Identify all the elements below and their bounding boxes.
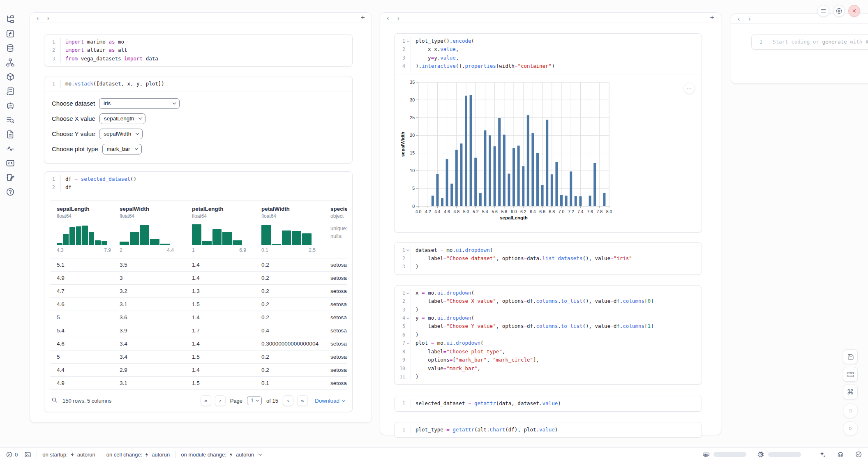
command-palette-button[interactable]: ⌘ [843,385,858,399]
column-name[interactable]: sepalWidth [120,206,180,212]
fold-caret-icon[interactable] [406,316,409,319]
nav-forward-button[interactable]: › [748,15,759,22]
first-page-button[interactable]: « [201,395,211,406]
table-cell: 5 [50,311,113,324]
file-tree-icon[interactable] [6,15,15,24]
notebook-icon[interactable] [6,173,15,182]
table-cell: 1.3 [185,285,255,297]
run-button[interactable] [843,421,858,436]
code-snippet-icon[interactable] [6,159,15,168]
code-cell-imports[interactable]: 1import marimo as mo2import altair as al… [44,34,353,67]
table-cell: 1.5 [185,350,255,363]
chat-bot-icon[interactable] [6,101,15,110]
code-line: 1x = mo.ui.dropdown( [395,289,702,297]
package-icon[interactable] [6,72,15,81]
nav-back-button[interactable]: ‹ [738,15,748,22]
table-row[interactable]: 4.93.11.50.1setosa [50,376,347,390]
layout-button[interactable] [843,367,858,382]
svg-text:20: 20 [410,133,415,138]
search-list-icon[interactable] [6,115,15,124]
error-indicator[interactable]: 0 [6,451,18,458]
table-cell: 3.2 [113,285,185,297]
code-cell-plot-type[interactable]: 1plot_type = getattr(alt.Chart(df), plot… [394,422,702,438]
activity-icon[interactable] [6,144,15,153]
code-cell-vstack[interactable]: 1mo.vstack([dataset, x, y, plot]) Choose… [44,76,353,163]
assistant-bot-icon[interactable] [837,451,844,458]
column-type: float64 [261,213,318,219]
code-placeholder[interactable]: Start coding or generate with AI. [768,38,868,46]
last-page-button[interactable]: » [297,395,308,406]
code-cell-encode[interactable]: 1plot_type().encode(2 x=x.value,3 y=y.va… [394,33,702,233]
on-startup-toggle[interactable]: on startup: autorun [42,452,95,458]
altair-chart-output[interactable]: 051015202530354.04.24.44.64.85.05.25.45.… [395,74,702,232]
empty-code-cell[interactable]: 1 Start coding or generate with AI. [751,34,868,50]
table-row[interactable]: 4.42.91.40.2setosa [50,363,347,376]
nav-back-button[interactable]: ‹ [387,14,397,21]
table-cell: 0.2 [255,364,324,376]
chart-actions-menu-button[interactable]: ⋯ [683,83,695,94]
dropdown-select[interactable]: iris [99,98,180,109]
svg-text:6.0: 6.0 [511,209,517,214]
nav-back-button[interactable]: ‹ [37,14,47,21]
table-row[interactable]: 4.931.40.2setosa [50,271,347,284]
sparkles-icon[interactable] [819,451,826,458]
code-cell-xy-plot-dropdowns[interactable]: 1x = mo.ui.dropdown(2 label="Choose X va… [394,285,702,385]
table-row[interactable]: 53.41.50.2setosa [50,350,347,363]
code-cell-dataset-dropdown[interactable]: 1dataset = mo.ui.dropdown(2 label="Choos… [394,242,702,275]
nav-forward-button[interactable]: › [397,14,408,21]
search-icon[interactable] [51,396,58,405]
nav-forward-button[interactable]: › [47,14,58,21]
fold-caret-icon[interactable] [406,248,409,251]
close-button[interactable] [848,5,860,17]
page-select[interactable]: 1 [247,396,262,405]
stop-button[interactable] [843,403,858,418]
network-icon[interactable] [6,58,15,67]
table-row[interactable]: 4.73.21.30.2setosa [50,284,347,297]
terminal-button[interactable] [24,451,31,458]
column-histogram [261,223,312,245]
menu-button[interactable] [817,5,829,17]
fold-caret-icon[interactable] [406,39,409,42]
table-row[interactable]: 5.13.51.40.2setosa [50,258,347,271]
column-name[interactable]: sepalLength [57,206,107,212]
fold-caret-icon[interactable] [406,291,409,294]
fold-caret-icon[interactable] [406,341,409,344]
table-row[interactable]: 53.61.40.2setosa [50,311,347,324]
download-button[interactable]: Download [315,398,345,404]
column-name[interactable]: petalWidth [261,206,318,212]
prev-page-button[interactable]: ‹ [215,395,226,406]
help-icon[interactable] [6,187,15,196]
status-bar: 0 on startup: autorun on cell change: au… [0,447,868,461]
svg-text:6.2: 6.2 [520,209,526,214]
save-button[interactable] [843,349,858,364]
generate-link[interactable]: generate [822,39,847,45]
x-axis-title: sepalLength [500,215,528,220]
code-cell-dataframe[interactable]: 1df = selected_dataset()2df sepalLengthf… [44,171,353,413]
check-circle-icon[interactable] [855,451,862,458]
dropdown-select[interactable]: sepalWidth [99,129,143,139]
table-row[interactable]: 4.63.41.40.30000000000000004setosa [50,337,347,350]
svg-text:8.0: 8.0 [606,209,612,214]
table-cell: 3.9 [113,324,185,337]
zap-icon [70,452,75,457]
table-row[interactable]: 5.43.91.70.4setosa [50,324,347,337]
settings-button[interactable] [833,5,845,17]
dropdown-select[interactable]: mark_bar [102,144,142,154]
table-row[interactable]: 4.63.11.50.2setosa [50,297,347,311]
dropdown-select[interactable]: sepalLength [99,113,146,124]
error-count: 0 [15,452,18,458]
add-cell-button[interactable]: + [710,14,714,22]
add-cell-button[interactable]: + [360,14,365,22]
column-name[interactable]: petalLength [192,206,249,212]
document-icon[interactable] [6,130,15,139]
column-name[interactable]: species [330,206,347,212]
code-cell-selected-dataset[interactable]: 1selected_dataset = getattr(data, datase… [394,396,702,411]
play-icon [847,425,854,432]
on-module-change-toggle[interactable]: on module change: autorun [181,452,261,458]
function-icon[interactable] [6,29,15,38]
database-icon[interactable] [6,44,15,53]
next-page-button[interactable]: › [283,395,293,406]
script-icon[interactable] [6,87,15,96]
line-number: 3 [395,306,405,314]
on-cell-change-toggle[interactable]: on cell change: autorun [106,452,170,458]
